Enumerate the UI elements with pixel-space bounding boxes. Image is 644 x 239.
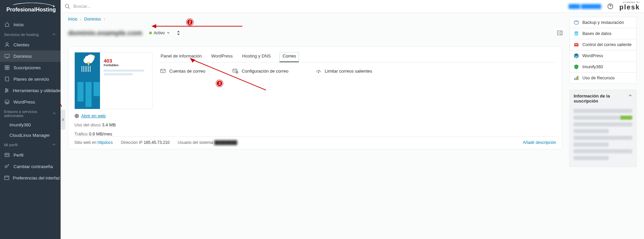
bars-icon bbox=[574, 75, 579, 81]
sidebar-item-prefs[interactable]: Preferencias del interfaz bbox=[0, 172, 61, 184]
sidebar-group-label: Mi perfil bbox=[4, 143, 18, 147]
wordpress-blue-icon bbox=[574, 53, 579, 58]
plesk-brand[interactable]: POWERED BY plesk bbox=[619, 1, 640, 11]
subscription-info-panel: Información de la suscripción bbox=[569, 90, 637, 167]
database-icon bbox=[574, 31, 579, 36]
tab-mail[interactable]: Correo bbox=[279, 52, 299, 62]
breadcrumb-domains[interactable]: Dominios bbox=[84, 17, 101, 22]
sidebar-label: Suscripciones bbox=[13, 65, 57, 70]
svg-point-32 bbox=[575, 32, 578, 33]
sidebar-item-perfil[interactable]: Perfil bbox=[0, 149, 61, 161]
updown-icon[interactable] bbox=[177, 31, 180, 35]
tool-label: Limitar correos salientes bbox=[325, 69, 372, 74]
sidebar-item-planes[interactable]: Planes de servicio bbox=[0, 73, 61, 85]
sliders-icon bbox=[4, 87, 9, 93]
mail-icon bbox=[160, 68, 166, 74]
search-input[interactable] bbox=[73, 3, 214, 9]
tool-mail-accounts[interactable]: Cuentas de correo bbox=[160, 68, 205, 74]
tool-wordpress[interactable]: WordPress bbox=[570, 50, 636, 61]
tool-label: Cuentas de correo bbox=[169, 69, 205, 74]
tool-label: WordPress bbox=[582, 53, 603, 58]
tab-wordpress[interactable]: WordPress bbox=[210, 52, 233, 62]
open-in-web-link[interactable]: Abrir en web bbox=[74, 113, 152, 118]
sidebar-label: CloudLinux Manager bbox=[9, 133, 57, 138]
breadcrumb: Inicio › Dominios › bbox=[68, 17, 563, 22]
mail-red-icon bbox=[574, 42, 579, 47]
sidebar: ProfesionalHosting Inicio Servicios de h… bbox=[0, 0, 61, 239]
sidebar-item-imunify[interactable]: Imunify360 bbox=[0, 120, 61, 130]
topbar-account[interactable]: ████ ███████ bbox=[569, 4, 601, 9]
brand-logo[interactable]: ProfesionalHosting bbox=[0, 0, 61, 19]
svg-point-11 bbox=[6, 154, 7, 155]
open-in-web-label: Abrir en web bbox=[81, 113, 106, 118]
error-code: 403 bbox=[104, 58, 147, 64]
add-description-link[interactable]: Añadir descripción bbox=[523, 140, 556, 145]
tool-label: Backup y restauración bbox=[582, 20, 624, 25]
subscription-info-body bbox=[570, 107, 636, 167]
sidebar-expand-handle[interactable] bbox=[61, 110, 65, 130]
sidebar-group-hosting[interactable]: Servicios de hosting bbox=[0, 30, 61, 39]
tool-label: Control del correo saliente bbox=[582, 42, 632, 47]
siteroot: Sitio web en httpdocs bbox=[74, 140, 113, 145]
sidebar-item-suscripciones[interactable]: Suscripciones bbox=[0, 62, 61, 73]
sidebar-item-dominios[interactable]: Dominios bbox=[0, 50, 61, 62]
domain-footer: Sitio web en httpdocs Dirección IP 185.4… bbox=[74, 136, 556, 147]
chevron-right-icon: › bbox=[80, 17, 81, 22]
panel-toggle[interactable] bbox=[557, 31, 563, 35]
id-card-icon bbox=[4, 152, 10, 158]
svg-point-29 bbox=[318, 72, 319, 73]
domain-tabs: Panel de información WordPress Hosting y… bbox=[160, 52, 556, 63]
svg-line-16 bbox=[61, 55, 62, 107]
tool-mail-settings[interactable]: Configuración de correo bbox=[232, 68, 289, 74]
book-icon bbox=[4, 76, 10, 82]
sidebar-label: Inicio bbox=[13, 22, 57, 27]
tool-label: Configuración de correo bbox=[242, 69, 289, 74]
tool-databases[interactable]: Bases de datos bbox=[570, 28, 636, 39]
tool-resources[interactable]: Uso de Recursos bbox=[570, 72, 636, 83]
annotation-arrow-1 bbox=[61, 53, 65, 110]
svg-rect-36 bbox=[576, 77, 577, 80]
subscription-info-header[interactable]: Información de la suscripción bbox=[570, 90, 636, 107]
sidebar-item-password[interactable]: Cambiar contraseña bbox=[0, 161, 61, 172]
grid-icon bbox=[4, 65, 10, 71]
sidebar-item-wordpress[interactable]: WordPress bbox=[0, 96, 61, 108]
tool-outgoing-mail[interactable]: Control del correo saliente bbox=[570, 39, 636, 50]
sidebar-label: Dominios bbox=[13, 54, 57, 59]
plesk-word: plesk bbox=[619, 3, 640, 11]
sidebar-group-label: Servicios de hosting bbox=[4, 33, 39, 37]
tab-dns[interactable]: Hosting y DNS bbox=[241, 52, 271, 62]
sidebar-group-ext[interactable]: Enlaces a servicios adicionales bbox=[0, 108, 61, 120]
sidebar-label: Cambiar contraseña bbox=[13, 164, 57, 169]
svg-rect-13 bbox=[5, 176, 9, 180]
sidebar-item-inicio[interactable]: Inicio bbox=[0, 19, 61, 30]
svg-point-0 bbox=[6, 43, 8, 45]
sidebar-group-label: Enlaces a servicios adicionales bbox=[4, 110, 52, 118]
sidebar-item-clientes[interactable]: Clientes bbox=[0, 39, 61, 50]
system-user: Usuario del sistema ████████ bbox=[178, 140, 237, 145]
svg-marker-22 bbox=[177, 31, 180, 32]
tool-label: Uso de Recursos bbox=[582, 76, 615, 80]
disk-usage: Uso del disco 3.4 MB bbox=[74, 122, 152, 127]
chevron-up-icon bbox=[628, 93, 632, 97]
sidebar-item-cloudlinux[interactable]: CloudLinux Manager bbox=[0, 130, 61, 141]
sidebar-label: Planes de servicio bbox=[13, 77, 57, 82]
status-dot-icon bbox=[149, 32, 152, 34]
sidebar-item-herramientas[interactable]: Herramientas y utilidades bbox=[0, 85, 61, 96]
tool-backup[interactable]: Backup y restauración bbox=[570, 17, 636, 28]
monitor-icon bbox=[4, 53, 10, 59]
site-thumbnail[interactable]: 403 Forbidden bbox=[74, 52, 152, 109]
sidebar-group-profile[interactable]: Mi perfil bbox=[0, 141, 61, 149]
sidebar-label: Preferencias del interfaz bbox=[13, 175, 60, 181]
svg-rect-4 bbox=[5, 68, 7, 70]
svg-marker-23 bbox=[177, 34, 180, 35]
tab-panel-info[interactable]: Panel de información bbox=[160, 52, 202, 62]
status-chip[interactable]: Activo bbox=[149, 31, 170, 35]
tool-limit-outgoing[interactable]: Limitar correos salientes bbox=[315, 68, 372, 74]
help-icon[interactable] bbox=[607, 3, 613, 9]
breadcrumb-home[interactable]: Inicio bbox=[68, 17, 77, 22]
content: 1 2 3 Inicio › Dominios › dominio.exampl… bbox=[61, 13, 644, 239]
svg-rect-35 bbox=[574, 78, 575, 80]
shield-green-icon bbox=[574, 64, 579, 70]
siteroot-link[interactable]: httpdocs bbox=[98, 140, 113, 145]
tool-imunify[interactable]: Imunify360 bbox=[570, 61, 636, 72]
